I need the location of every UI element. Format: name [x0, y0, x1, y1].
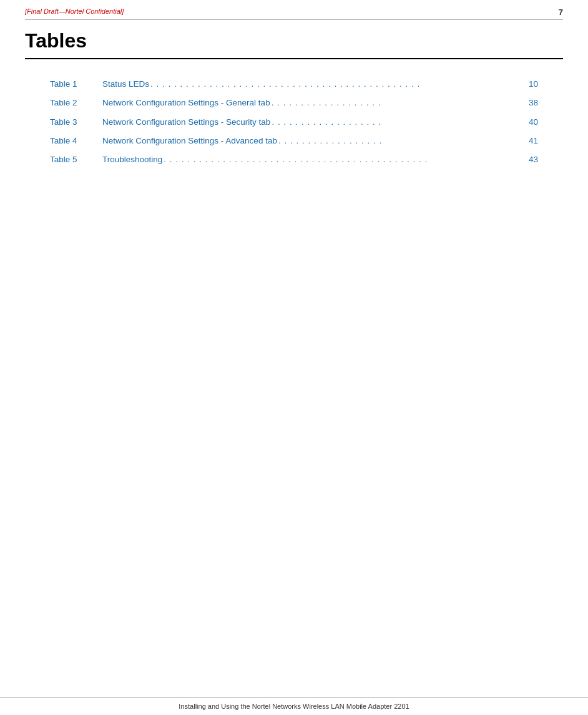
toc-label-1: Table 1 — [50, 78, 100, 90]
toc-title-3: Network Configuration Settings - Securit… — [102, 116, 270, 129]
toc-title-5: Troubleshooting — [102, 153, 162, 166]
toc-title-1: Status LEDs — [102, 78, 149, 90]
footer-text: Installing and Using the Nortel Networks… — [179, 703, 409, 710]
toc-entry-2[interactable]: Table 2Network Configuration Settings - … — [50, 97, 538, 109]
page-header: [Final Draft—Nortel Confidential] 7 — [0, 0, 588, 17]
toc-dots-2: . . . . . . . . . . . . . . . . . . . — [272, 97, 527, 109]
toc-dots-1: . . . . . . . . . . . . . . . . . . . . … — [150, 78, 527, 90]
toc-entry-1[interactable]: Table 1Status LEDs . . . . . . . . . . .… — [50, 78, 538, 90]
toc-label-3: Table 3 — [50, 116, 100, 129]
toc-title-4: Network Configuration Settings - Advance… — [102, 135, 277, 147]
toc-dots-3: . . . . . . . . . . . . . . . . . . . — [272, 116, 527, 129]
toc-entry-5[interactable]: Table 5Troubleshooting . . . . . . . . .… — [50, 153, 538, 166]
toc-title-2: Network Configuration Settings - General… — [102, 97, 270, 109]
page-container: [Final Draft—Nortel Confidential] 7 Tabl… — [0, 0, 588, 715]
heading-section: Tables — [0, 20, 588, 59]
page-title: Tables — [25, 30, 563, 52]
toc-page-4: 41 — [529, 135, 538, 147]
toc-label-4: Table 4 — [50, 135, 100, 147]
toc-page-2: 38 — [529, 97, 538, 109]
toc-page-5: 43 — [529, 153, 538, 166]
toc-page-3: 40 — [529, 116, 538, 129]
page-number: 7 — [544, 5, 563, 17]
toc-entry-3[interactable]: Table 3Network Configuration Settings - … — [50, 116, 538, 129]
toc-dots-5: . . . . . . . . . . . . . . . . . . . . … — [164, 153, 527, 166]
toc-page-1: 10 — [529, 78, 538, 90]
toc-dots-4: . . . . . . . . . . . . . . . . . . — [278, 135, 527, 147]
page-footer: Installing and Using the Nortel Networks… — [0, 697, 588, 715]
toc-entry-4[interactable]: Table 4Network Configuration Settings - … — [50, 135, 538, 147]
toc-label-5: Table 5 — [50, 153, 100, 166]
toc-label-2: Table 2 — [50, 97, 100, 109]
draft-label: [Final Draft—Nortel Confidential] — [25, 5, 124, 15]
toc-section: Table 1Status LEDs . . . . . . . . . . .… — [0, 59, 588, 172]
